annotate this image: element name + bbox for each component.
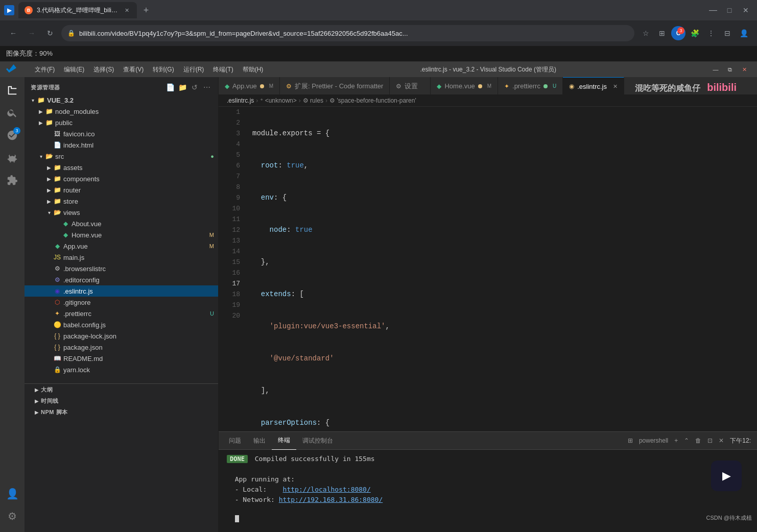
powershell-label: powershell xyxy=(637,436,670,445)
activity-settings-icon[interactable]: ⚙ xyxy=(3,507,21,525)
panel-tab-problems[interactable]: 问题 xyxy=(223,432,247,450)
profile-icon[interactable]: C 3 xyxy=(671,26,685,40)
sidebar-item-prettierrc[interactable]: ✦ .prettierrc U xyxy=(25,308,218,319)
tab-eslintrc[interactable]: ◉ .eslintrc.js ✕ xyxy=(563,77,624,95)
app-vue-tab-modified-dot xyxy=(260,84,264,88)
menu-goto[interactable]: 转到(G) xyxy=(149,63,178,76)
sidebar-item-main-js[interactable]: JS main.js xyxy=(25,252,218,263)
sidebar-item-timeline[interactable]: ▶ 时间线 xyxy=(25,395,218,406)
eslintrc-tab-close-icon[interactable]: ✕ xyxy=(613,83,618,90)
collapse-all-icon[interactable]: ⋯ xyxy=(202,82,212,92)
sidebar-toggle-icon[interactable]: ⊟ xyxy=(720,26,735,40)
sidebar-item-editorconfig[interactable]: ⚙ .editorconfig xyxy=(25,274,218,285)
close-all-icon[interactable]: ✕ xyxy=(717,436,726,445)
split-terminal-icon[interactable]: ⊞ xyxy=(626,436,635,445)
refresh-explorer-icon[interactable]: ↺ xyxy=(190,82,200,92)
win-close-icon[interactable]: ✕ xyxy=(738,64,751,75)
activity-account-icon[interactable]: 👤 xyxy=(3,485,21,503)
maximize-panel-icon[interactable]: ⊡ xyxy=(705,436,715,445)
menu-select[interactable]: 选择(S) xyxy=(89,63,118,76)
address-bar[interactable]: 🔒 bilibili.com/video/BV1pq4y1c7oy?p=3&sp… xyxy=(61,25,634,41)
panel-content[interactable]: DONE Compiled successfully in 155ms App … xyxy=(219,450,757,532)
menu-edit[interactable]: 编辑(E) xyxy=(60,63,88,76)
sidebar-item-store[interactable]: ▶ 📁 store xyxy=(25,196,218,207)
activity-debug-icon[interactable] xyxy=(3,149,21,167)
menu-file[interactable]: 文件(F) xyxy=(31,63,59,76)
menu-help[interactable]: 帮助(H) xyxy=(239,63,268,76)
sidebar-item-gitignore[interactable]: ⬡ .gitignore xyxy=(25,297,218,308)
bookmark-icon[interactable]: ☆ xyxy=(638,26,653,40)
browser-tab-active[interactable]: B 3.代码格式化_哔哩哔哩_bilibili ✕ xyxy=(18,2,137,18)
maximize-icon[interactable]: □ xyxy=(722,3,737,17)
back-button[interactable]: ← xyxy=(6,26,20,40)
code-editor[interactable]: 1 2 3 4 5 6 7 8 9 10 11 12 13 14 xyxy=(219,107,757,431)
sidebar-item-package-lock[interactable]: { } package-lock.json xyxy=(25,330,218,342)
sidebar-item-views[interactable]: ▾ 📂 views xyxy=(25,207,218,218)
new-folder-icon[interactable]: 📁 xyxy=(177,82,187,92)
panel-tab-debug-console[interactable]: 调试控制台 xyxy=(296,432,339,450)
settings-icon[interactable]: ⋮ xyxy=(704,26,718,40)
win-minimize-icon[interactable]: — xyxy=(709,64,722,75)
terminal-network-url[interactable]: - Network: http://192.168.31.86:8080/ xyxy=(227,495,749,505)
tab-close-icon[interactable]: ✕ xyxy=(123,6,131,14)
extensions-icon[interactable]: 🧩 xyxy=(688,26,702,40)
tab-app-vue[interactable]: ◆ App.vue M xyxy=(219,77,280,95)
sidebar-item-home-vue[interactable]: ◆ Home.vue M xyxy=(25,229,218,240)
code-content[interactable]: module.exports = { root: true, env: { no… xyxy=(244,107,757,431)
tab-settings[interactable]: ⚙ 设置 xyxy=(390,77,431,95)
root-label: VUE_3.2 xyxy=(47,96,218,104)
sidebar-item-components[interactable]: ▶ 📁 components xyxy=(25,173,218,184)
sidebar-item-assets[interactable]: ▶ 📁 assets xyxy=(25,162,218,173)
sidebar-item-about-vue[interactable]: ◆ About.vue xyxy=(25,218,218,229)
panel-tab-output[interactable]: 输出 xyxy=(247,432,272,450)
sidebar-item-public[interactable]: ▶ 📁 public xyxy=(25,117,218,128)
activity-git-icon[interactable]: 3 xyxy=(3,126,21,144)
prettierrc-modified-dot xyxy=(543,84,548,88)
babel-config-label: babel.config.js xyxy=(63,321,218,329)
win-maximize-icon[interactable]: ⧉ xyxy=(723,64,737,75)
trash-icon[interactable]: 🗑 xyxy=(693,436,703,445)
sidebar-item-index-html[interactable]: 📄 index.html xyxy=(25,139,218,151)
new-tab-button[interactable]: + xyxy=(139,3,153,17)
close-window-icon[interactable]: ✕ xyxy=(739,3,753,17)
src-folder-icon: 📂 xyxy=(45,152,53,160)
close-panel-icon[interactable]: ⌃ xyxy=(682,436,691,445)
sidebar-item-package-json[interactable]: { } package.json xyxy=(25,342,218,353)
sidebar-item-babel-config[interactable]: 🟡 babel.config.js xyxy=(25,319,218,330)
menu-run[interactable]: 运行(R) xyxy=(179,63,208,76)
breadcrumb-unknown[interactable]: ⁺ <unknown> xyxy=(260,97,296,104)
sidebar-item-favicon[interactable]: 🖼 favicon.ico xyxy=(25,128,218,139)
minimize-icon[interactable]: — xyxy=(706,3,720,17)
sidebar-item-readme[interactable]: 📖 README.md xyxy=(25,353,218,364)
breadcrumb-rules[interactable]: ⚙ rules xyxy=(303,97,323,104)
breadcrumb-eslintrc[interactable]: .eslintrc.js xyxy=(227,97,254,104)
refresh-button[interactable]: ↻ xyxy=(43,26,57,40)
tab-prettier-ext[interactable]: ⚙ 扩展: Prettier - Code formatter xyxy=(280,77,390,95)
activity-explorer-icon[interactable] xyxy=(3,81,21,100)
tab-home-vue[interactable]: ◆ Home.vue M xyxy=(431,77,498,95)
tab-prettierrc[interactable]: ✦ .prettierrc U xyxy=(498,77,563,95)
sidebar-item-src[interactable]: ▾ 📂 src ● xyxy=(25,151,218,162)
activity-search-icon[interactable] xyxy=(3,104,21,122)
sidebar-item-router[interactable]: ▶ 📁 router xyxy=(25,184,218,196)
video-play-button[interactable]: ▶ xyxy=(711,461,742,491)
activity-extensions-icon[interactable] xyxy=(3,171,21,189)
menu-view[interactable]: 查看(V) xyxy=(119,63,148,76)
new-file-icon[interactable]: 📄 xyxy=(165,82,175,92)
forward-button[interactable]: → xyxy=(25,26,39,40)
terminal-local-url[interactable]: - Local: http://localhost:8080/ xyxy=(227,485,749,495)
sidebar-item-yarn-lock[interactable]: 🔒 yarn.lock xyxy=(25,364,218,375)
sidebar-item-app-vue[interactable]: ◆ App.vue M xyxy=(25,240,218,252)
sidebar-item-outline[interactable]: ▶ 大纲 xyxy=(25,384,218,395)
menu-terminal[interactable]: 终端(T) xyxy=(209,63,237,76)
sidebar-item-browserslistrc[interactable]: ⚙ .browserslistrc xyxy=(25,263,218,274)
add-terminal-icon[interactable]: + xyxy=(672,436,680,445)
user-icon[interactable]: 👤 xyxy=(737,26,751,40)
breadcrumb-space-before[interactable]: ⚙ 'space-before-function-paren' xyxy=(329,97,416,104)
sidebar-item-eslintrc[interactable]: ◉ .eslintrc.js xyxy=(25,285,218,297)
sidebar-item-node-modules[interactable]: ▶ 📁 node_modules xyxy=(25,106,218,117)
panel-tab-terminal[interactable]: 终端 xyxy=(272,432,296,450)
sidebar-item-npm-scripts[interactable]: ▶ NPM 脚本 xyxy=(25,406,218,418)
sidebar-item-root[interactable]: ▾ 📁 VUE_3.2 xyxy=(25,94,218,106)
bookmark-collections-icon[interactable]: ⊞ xyxy=(655,26,669,40)
